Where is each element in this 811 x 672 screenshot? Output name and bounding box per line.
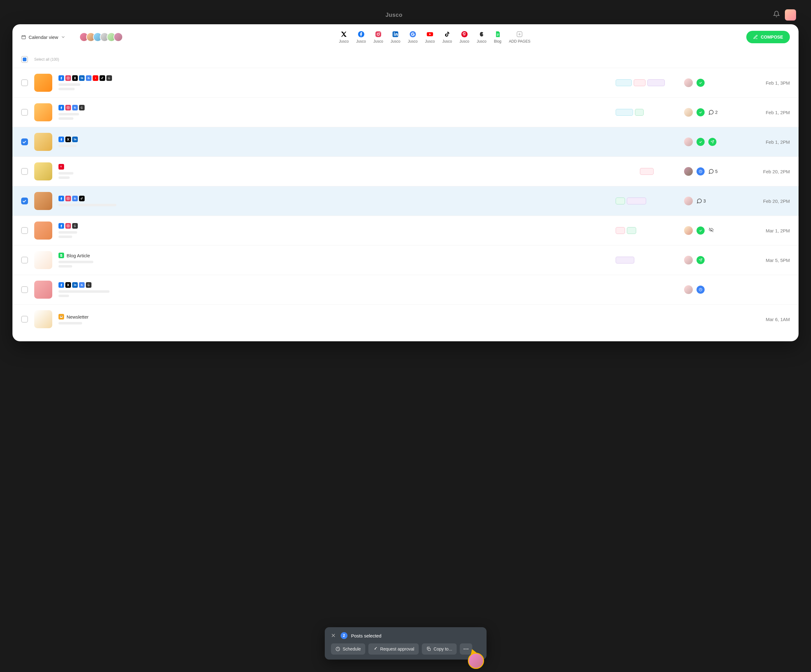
row-checkbox[interactable] <box>21 168 28 175</box>
channel-gbusiness[interactable]: Jusco <box>408 31 417 44</box>
post-date: Feb 1, 2PM <box>746 110 790 115</box>
post-row[interactable]: 5Feb 20, 2PM <box>12 156 799 186</box>
assignee-avatar[interactable] <box>684 197 693 205</box>
post-networks <box>58 75 609 81</box>
assignee-avatar[interactable] <box>684 167 693 176</box>
bulk-action-bar: ✕ 2 Posts selected Schedule Request appr… <box>325 627 487 660</box>
row-checkbox[interactable] <box>21 316 28 322</box>
svg-point-24 <box>465 648 466 649</box>
ig-badge <box>65 223 71 229</box>
channel-add[interactable]: ADD PAGES <box>509 31 530 44</box>
comments-count[interactable]: 2 <box>708 110 718 115</box>
post-thumbnail <box>34 74 52 92</box>
post-thumbnail <box>34 162 52 180</box>
tk-badge <box>79 196 85 201</box>
select-all-checkbox[interactable] <box>21 56 28 63</box>
post-row[interactable]: NewsletterMar 6, 1AM <box>12 304 799 334</box>
post-row[interactable]: 3Feb 20, 2PM <box>12 186 799 216</box>
compose-button[interactable]: COMPOSE <box>746 31 790 43</box>
yt-badge <box>93 75 98 81</box>
assignee-avatar[interactable] <box>684 108 693 117</box>
assignee-avatar[interactable] <box>684 256 693 265</box>
row-checkbox[interactable] <box>21 227 28 234</box>
ig-badge <box>65 105 71 110</box>
comments-count[interactable]: 3 <box>697 198 706 204</box>
ig-badge <box>65 196 71 201</box>
li-badge <box>72 282 78 288</box>
channel-blog[interactable]: Blog <box>494 31 502 44</box>
post-labels <box>616 198 678 204</box>
post-thumbnail <box>34 192 52 210</box>
row-checkbox[interactable] <box>21 109 28 116</box>
post-thumbnail <box>34 281 52 299</box>
schedule-button[interactable]: Schedule <box>331 643 365 655</box>
view-switcher[interactable]: Calendar view <box>21 34 66 40</box>
calendar-icon <box>21 34 26 39</box>
post-row[interactable]: 2Feb 1, 2PM <box>12 97 799 127</box>
assignee-avatar[interactable] <box>684 226 693 235</box>
blog-icon <box>58 253 64 258</box>
th-badge <box>79 105 85 110</box>
svg-rect-2 <box>375 31 381 37</box>
post-row[interactable]: Mar 1, 2PM <box>12 216 799 245</box>
scheduled-icon <box>697 286 705 294</box>
post-preview <box>58 261 609 268</box>
channel-facebook[interactable]: Jusco <box>356 31 366 44</box>
pinterest-icon <box>461 31 468 38</box>
post-row[interactable]: Feb 1, 3PM <box>12 68 799 97</box>
channel-linkedin[interactable]: Jusco <box>391 31 400 44</box>
close-icon[interactable]: ✕ <box>331 632 336 639</box>
comments-count[interactable]: 5 <box>708 169 718 174</box>
x-badge <box>72 75 78 81</box>
post-date: Mar 6, 1AM <box>746 317 790 322</box>
notifications-icon[interactable] <box>773 10 780 19</box>
scheduled-icon <box>697 167 705 175</box>
assignee-avatar[interactable] <box>684 285 693 294</box>
x-badge <box>65 137 71 142</box>
row-checkbox[interactable] <box>21 286 28 293</box>
channel-instagram[interactable]: Jusco <box>373 31 383 44</box>
post-networks <box>58 196 609 201</box>
row-checkbox[interactable] <box>21 79 28 86</box>
sent-icon <box>708 138 716 146</box>
chevron-down-icon <box>61 34 66 39</box>
assignee-avatar[interactable] <box>684 78 693 87</box>
channel-tiktok[interactable]: Jusco <box>442 31 452 44</box>
comment-icon <box>708 169 714 174</box>
pt-badge <box>58 164 64 170</box>
comment-icon <box>708 110 714 115</box>
row-checkbox[interactable] <box>21 138 28 145</box>
fb-badge <box>58 223 64 229</box>
post-row[interactable] <box>12 275 799 304</box>
post-row[interactable]: Blog ArticleMar 5, 5PM <box>12 245 799 275</box>
post-preview <box>58 83 609 90</box>
gb-badge <box>79 282 85 288</box>
team-avatars[interactable] <box>79 32 123 42</box>
request-approval-button[interactable]: Request approval <box>368 643 419 655</box>
newsletter-icon <box>58 314 64 319</box>
channel-youtube[interactable]: Jusco <box>425 31 434 44</box>
post-row[interactable]: Feb 1, 2PM <box>12 127 799 156</box>
gb-badge <box>86 75 92 81</box>
channel-x[interactable]: Jusco <box>339 31 349 44</box>
tk-badge <box>100 75 105 81</box>
row-checkbox[interactable] <box>21 257 28 263</box>
assignee-avatar[interactable] <box>684 137 693 146</box>
post-networks <box>58 282 609 288</box>
approved-icon <box>697 79 705 87</box>
copy-to-button[interactable]: Copy to... <box>422 643 457 655</box>
post-labels <box>616 79 678 86</box>
add-icon <box>516 31 523 38</box>
post-labels <box>616 109 678 116</box>
post-preview <box>58 322 609 324</box>
fb-badge <box>58 282 64 288</box>
user-avatar[interactable] <box>785 9 796 20</box>
approved-icon <box>697 226 705 234</box>
channel-pinterest[interactable]: Jusco <box>460 31 469 44</box>
copy-icon <box>426 647 431 652</box>
row-checkbox[interactable] <box>21 198 28 204</box>
svg-rect-15 <box>67 197 70 200</box>
post-preview <box>58 204 609 206</box>
channel-threads[interactable]: Jusco <box>477 31 486 44</box>
post-title: Blog Article <box>58 253 609 258</box>
